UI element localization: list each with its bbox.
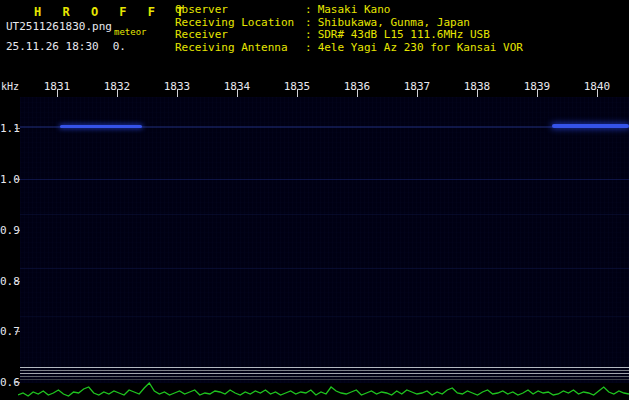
- baseline-1_0khz: [20, 179, 629, 180]
- info-label: Observer: [175, 4, 305, 17]
- time-tick: [57, 89, 58, 97]
- spectrogram-canvas: [20, 97, 629, 383]
- info-label: Receiver: [175, 29, 305, 42]
- info-colon: :: [305, 28, 312, 41]
- app-title: H R O F F T: [34, 5, 190, 19]
- freq-axis-label: 1.1: [0, 122, 16, 135]
- filename-label: UT2511261830.png: [6, 20, 112, 33]
- signal-meter-line: [20, 370, 629, 371]
- freq-axis-label: 0.7: [0, 325, 16, 338]
- baseline-faint-c: [20, 316, 629, 317]
- freq-unit-label: kHz: [1, 81, 19, 92]
- time-tick: [117, 89, 118, 97]
- info-value: Masaki Kano: [318, 3, 391, 16]
- info-value: 4ele Yagi Az 230 for Kansai VOR: [318, 41, 523, 54]
- time-tick: [177, 89, 178, 97]
- info-row-antenna: Receiving Antenna:4ele Yagi Az 230 for K…: [175, 42, 523, 55]
- freq-axis-label: 1.0: [0, 173, 16, 186]
- freq-axis-label: 0.9: [0, 224, 16, 237]
- signal-meter-line: [20, 379, 629, 380]
- time-tick: [477, 89, 478, 97]
- info-colon: :: [305, 16, 312, 29]
- datetime-line: 25.11.26 18:300.: [6, 40, 126, 53]
- time-tick: [597, 89, 598, 97]
- header-info: Observer:Masaki Kano Receiving Location:…: [175, 4, 523, 54]
- info-colon: :: [305, 3, 312, 16]
- meteor-echo-left: [60, 125, 142, 128]
- noise-trace: [18, 382, 629, 400]
- freq-axis-label: 0.8: [0, 275, 16, 288]
- baseline-faint-a: [20, 214, 629, 215]
- signal-meter-line: [20, 367, 629, 368]
- info-colon: :: [305, 41, 312, 54]
- signal-meter-line: [20, 373, 629, 374]
- baseline-faint-b: [20, 268, 629, 269]
- time-tick: [297, 89, 298, 97]
- signal-meter-line: [20, 376, 629, 377]
- echo-count: 0.: [113, 40, 126, 53]
- time-tick: [237, 89, 238, 97]
- datetime-label: 25.11.26 18:30: [6, 40, 99, 53]
- info-label: Receiving Antenna: [175, 42, 305, 55]
- info-value: SDR# 43dB L15 111.6MHz USB: [318, 28, 490, 41]
- info-value: Shibukawa, Gunma, Japan: [318, 16, 470, 29]
- freq-axis-label: 0.6: [0, 376, 16, 389]
- meteor-echo-right: [552, 124, 629, 128]
- time-tick: [357, 89, 358, 97]
- mode-label: meteor: [114, 27, 147, 37]
- time-tick: [417, 89, 418, 97]
- time-tick: [537, 89, 538, 97]
- hrofft-screen: H R O F F T UT2511261830.png meteor 25.1…: [0, 0, 629, 400]
